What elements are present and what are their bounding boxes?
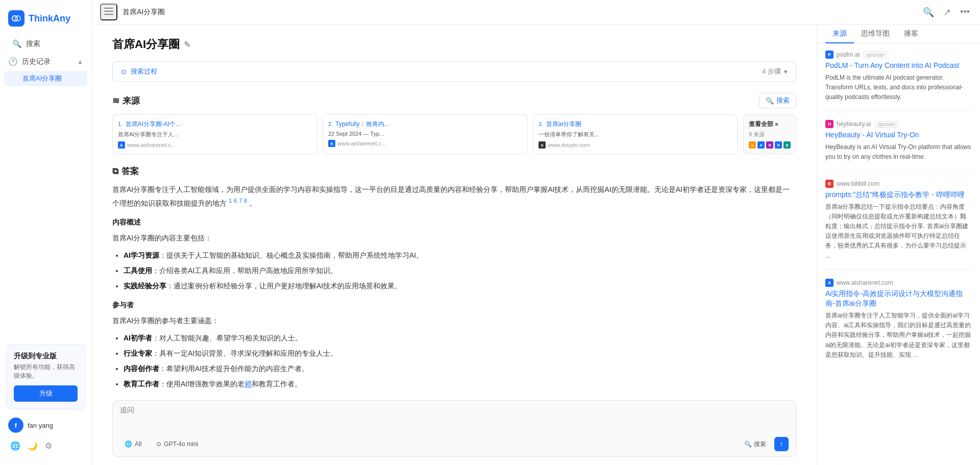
send-button[interactable]: ↑ <box>774 437 789 451</box>
main-content: 首席AI分享圈 ✎ ⊙ 搜索过程 4 步骤 ▾ ≋ 来源 🔍 搜索 1. 首席A… <box>92 25 817 465</box>
search-process-bar[interactable]: ⊙ 搜索过程 4 步骤 ▾ <box>112 61 796 82</box>
topbar: 首席AI分享圈 🔍 ↗ ••• <box>92 0 980 25</box>
search-process-left: ⊙ 搜索过程 <box>121 67 157 76</box>
rp-source-3-top: B www.bilibili.com <box>825 180 972 188</box>
upgrade-button[interactable]: 升级 <box>14 385 78 402</box>
history-icon: 🕐 <box>8 57 18 66</box>
ref-7[interactable]: 7 <box>239 198 242 204</box>
tab-sources[interactable]: 来源 <box>825 25 854 43</box>
topbar-actions: 🔍 ↗ ••• <box>921 5 972 20</box>
svg-rect-2 <box>104 8 113 9</box>
sidebar-toggle-button[interactable] <box>100 4 117 20</box>
participants-list: AI初学者：对人工智能兴趣、希望学习相关知识的人士。 行业专家：具有一定AI知识… <box>112 332 796 390</box>
globe-icon[interactable]: 🌐 <box>8 439 22 453</box>
see-all-label: 查看全部 » <box>749 120 778 129</box>
app-logo: ThinkAny <box>0 6 91 35</box>
avatar: f <box>8 418 23 433</box>
input-footer: 🌐 All ⊙ GPT-4o mini 🔍 搜索 ↑ <box>120 437 789 451</box>
search-btn-label: 搜索 <box>776 96 790 105</box>
answer-title: ⧉ 答案 <box>112 165 796 177</box>
settings-icon[interactable]: ⚙ <box>43 439 54 453</box>
source-card-footer-3: d www.douyin.com <box>538 141 732 149</box>
rp-source-desc-4: 首席ai分享圈专注于人工智能学习，提供全面的ai学习内容、ai工具和实操指导，我… <box>825 311 972 360</box>
rp-sponsor-badge-1: sponser <box>864 52 887 58</box>
input-model-btn[interactable]: ⊙ GPT-4o mini <box>152 439 202 449</box>
bottom-icons-bar: 🌐 🌙 ⚙ <box>6 435 85 453</box>
search-process-right: 4 步骤 ▾ <box>762 67 788 76</box>
rp-source-2: H heybeauty.ai sponser HeyBeauty - AI Vi… <box>825 120 972 170</box>
source-card-1[interactable]: 1. 首席AI分享圈-AI个... 首席AI分享圈专注于人... A www.a… <box>112 114 317 154</box>
rp-favicon-2: H <box>825 120 834 128</box>
ref-6[interactable]: 6 <box>234 198 237 204</box>
topbar-more-btn[interactable]: ••• <box>958 5 972 19</box>
topbar-share-btn[interactable]: ↗ <box>941 5 953 20</box>
logo-icon <box>8 10 24 27</box>
source-favicon-1: A <box>118 141 125 149</box>
sources-icon: ≋ <box>112 95 119 106</box>
edit-icon[interactable]: ✎ <box>184 40 190 50</box>
tab-mindmap[interactable]: 思维导图 <box>854 25 897 43</box>
rp-source-title-1[interactable]: PodLM - Turn Any Content into AI Podcast <box>825 61 972 71</box>
followup-input[interactable] <box>120 406 789 431</box>
rp-source-1-top: P podlm.ai sponser <box>825 51 972 59</box>
rp-source-2-top: H heybeauty.ai sponser <box>825 120 972 128</box>
participant-4: 教育工作者：使用AI增强教学效果的老师和教育工作者。 <box>124 378 796 390</box>
list-item-3: 实践经验分享：通过案例分析和经验分享，让用户更好地理解AI技术的应用场景和效果。 <box>124 280 796 292</box>
sidebar: ThinkAny 🔍 搜索 🕐 历史记录 ▲ 首席AI分享圈 升级到专业版 解锁… <box>0 0 92 465</box>
mini-fav-4: N <box>775 141 782 149</box>
list-item-1: AI学习资源：提供关于人工智能的基础知识、核心概念及实操指南，帮助用户系统性地学… <box>124 250 796 262</box>
sub-overview-intro: 首席AI分享圈的内容主要包括： <box>112 232 796 244</box>
sidebar-bottom: 升级到专业版 解锁所有功能，获得高级体验。 升级 f fan yang 🌐 🌙 … <box>0 338 91 459</box>
globe-small-icon: 🌐 <box>125 440 132 448</box>
sub-title-overview: 内容概述 <box>112 216 796 229</box>
input-footer-right: 🔍 搜索 ↑ <box>740 437 789 451</box>
search-small-icon: 🔍 <box>766 97 774 105</box>
source-card-footer-1: A www.aisharenet.c... <box>118 141 312 149</box>
source-card-title-1: 1. 首席AI分享圈-AI个... <box>118 120 312 129</box>
source-card-3[interactable]: 3. 首席ai分享圈 一份清单带你了解有关... d www.douyin.co… <box>533 114 738 154</box>
sidebar-history-toggle[interactable]: 🕐 历史记录 ▲ <box>0 53 91 70</box>
sub-participants-intro: 首席AI分享圈的参与者主要涵盖： <box>112 314 796 327</box>
rightpanel-content: P podlm.ai sponser PodLM - Turn Any Cont… <box>817 43 980 465</box>
copy-icon: ⧉ <box>112 166 118 177</box>
answer-section: ⧉ 答案 首席AI分享圈专注于人工智能领域，为用户提供全面的学习内容和实操指导，… <box>112 165 796 390</box>
ref-8[interactable]: 8 <box>244 198 247 204</box>
right-panel: After Search ⇥ 来源 思维导图 播客 P podlm.ai spo… <box>817 0 980 465</box>
rp-source-title-4[interactable]: Ai实用指令-高效提示词设计与大模型沟通指南-首席ai分享圈 <box>825 289 972 309</box>
chevron-up-icon: ▲ <box>77 58 83 65</box>
mini-fav-3: N <box>766 141 773 149</box>
list-item-2: 工具使用：介绍各类AI工具和应用，帮助用户高效地应用所学知识。 <box>124 265 796 277</box>
sidebar-item-search[interactable]: 🔍 搜索 <box>4 35 87 53</box>
sidebar-history-label: 历史记录 <box>22 57 51 66</box>
input-mode-all-btn[interactable]: 🌐 All <box>120 438 146 450</box>
moon-icon[interactable]: 🌙 <box>26 439 40 453</box>
sub-title-participants: 参与者 <box>112 299 796 311</box>
sidebar-item-history-1[interactable]: 首席AI分享圈 <box>4 71 87 86</box>
input-search-btn[interactable]: 🔍 搜索 <box>740 438 770 450</box>
see-all-card[interactable]: 查看全部 » 9 来源 o A N N B <box>743 114 796 154</box>
rp-favicon-3: B <box>825 180 834 188</box>
openai-icon: ⊙ <box>156 440 161 448</box>
answer-para-1: 首席AI分享圈专注于人工智能领域，为用户提供全面的学习内容和实操指导，这一平台的… <box>112 183 796 210</box>
ref-teacher[interactable]: 师 <box>244 380 252 388</box>
rp-domain-1: podlm.ai <box>837 51 860 58</box>
rp-domain-3: www.bilibili.com <box>837 180 879 187</box>
participant-2: 行业专家：具有一定AI知识背景、寻求深化理解和应用的专业人士。 <box>124 348 796 360</box>
rp-source-title-2[interactable]: HeyBeauty - AI Virtual Try-On <box>825 130 972 140</box>
rp-source-title-3[interactable]: prompts:"总结"终极提示指令教学 - 哔哩哔哩 <box>825 190 972 200</box>
answer-label: 答案 <box>121 165 139 177</box>
page-title-text: 首席AI分享圈 <box>112 37 180 52</box>
circle-dot-icon: ⊙ <box>121 68 127 76</box>
model-label: GPT-4o mini <box>164 440 198 448</box>
answer-body: 首席AI分享圈专注于人工智能领域，为用户提供全面的学习内容和实操指导，这一平台的… <box>112 183 796 390</box>
ref-1[interactable]: 1 <box>229 198 232 204</box>
topbar-search-btn[interactable]: 🔍 <box>921 5 936 20</box>
source-card-title-3: 3. 首席ai分享圈 <box>538 120 732 129</box>
search-icon-small: 🔍 <box>744 440 752 448</box>
tab-broadcast[interactable]: 播客 <box>897 25 925 43</box>
sources-title: ≋ 来源 <box>112 95 140 107</box>
source-cards-row: 1. 首席AI分享圈-AI个... 首席AI分享圈专注于人... A www.a… <box>112 114 796 154</box>
source-card-2[interactable]: 2. Typefully：推将内... 22 Sept 2024 — Typ..… <box>323 114 528 154</box>
sources-search-button[interactable]: 🔍 搜索 <box>759 93 796 108</box>
rp-favicon-4: A <box>825 279 834 287</box>
